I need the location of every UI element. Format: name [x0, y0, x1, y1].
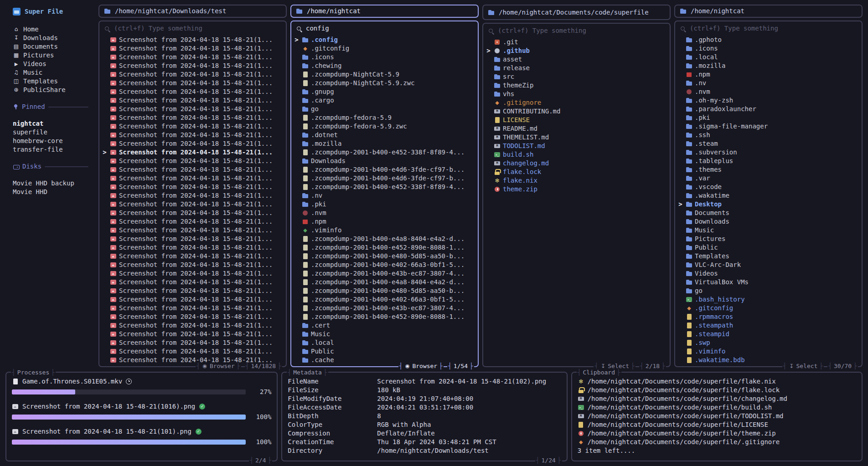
pinned-item-transfer-file[interactable]: transfer-file [13, 145, 95, 154]
file-row[interactable]: Screenshot from 2024-04-18 15-48-21(1... [99, 295, 286, 304]
file-row[interactable]: .zcompdump-2001-b400-e43b-ec87-3807-4... [291, 304, 478, 312]
file-row[interactable]: Pictures [675, 235, 862, 243]
file-row[interactable]: Screenshot from 2024-04-18 15-48-21(1... [99, 96, 286, 105]
pinned-item-homebrew-core[interactable]: homebrew-core [13, 137, 95, 145]
file-row[interactable]: Screenshot from 2024-04-18 15-48-21(1... [99, 209, 286, 217]
file-row[interactable]: .mozilla [675, 61, 862, 70]
file-row[interactable]: ◆.gitconfig [291, 44, 478, 53]
file-row[interactable]: >.config [291, 36, 478, 44]
file-row[interactable]: Screenshot from 2024-04-18 15-48-21(1... [99, 338, 286, 347]
sidebar-item-home[interactable]: ⌂Home [13, 25, 95, 34]
file-row[interactable]: .pki [291, 200, 478, 209]
file-row[interactable]: theme.zip [483, 185, 670, 194]
file-row[interactable]: >Desktop [675, 200, 862, 209]
file-row[interactable]: Screenshot from 2024-04-18 15-48-21(1... [99, 235, 286, 243]
sidebar-item-templates[interactable]: ◫Templates [13, 77, 95, 86]
file-row[interactable]: asset [483, 55, 670, 64]
pinned-item-nightcat[interactable]: nightcat [13, 119, 95, 128]
file-row[interactable]: .cert [291, 321, 478, 330]
file-row[interactable]: .zcompdump-2001-b400-e4d6-3fde-cf97-b... [291, 174, 478, 183]
file-row[interactable]: .cache [291, 356, 478, 364]
file-row[interactable]: Screenshot from 2024-04-18 15-48-21(1... [99, 174, 286, 183]
file-row[interactable]: ◆.gitignore [483, 98, 670, 107]
file-row[interactable]: flake.lock [483, 168, 670, 176]
file-row[interactable]: .zcompdump-2001-b400-e480-5d85-aa50-b... [291, 287, 478, 295]
file-row[interactable]: Screenshot from 2024-04-18 15-48-21(1... [99, 200, 286, 209]
file-row[interactable]: Videos [675, 269, 862, 278]
file-row[interactable]: Screenshot from 2024-04-18 15-48-21(1... [99, 321, 286, 330]
file-row[interactable]: go [291, 105, 478, 113]
panel-path-bar[interactable]: /home/nightcat/Downloads/test [98, 5, 287, 18]
file-row[interactable]: go [675, 287, 862, 295]
file-row[interactable]: Screenshot from 2024-04-18 15-48-21(1... [99, 252, 286, 261]
file-row[interactable]: .zcompdump-2001-b400-e402-66a3-0bf1-5... [291, 295, 478, 304]
file-row[interactable]: .nvm [675, 87, 862, 96]
file-row[interactable]: Screenshot from 2024-04-18 15-48-21(1... [99, 139, 286, 148]
file-row[interactable]: .npm [291, 217, 478, 226]
file-row[interactable]: themeZip [483, 81, 670, 90]
file-row[interactable]: Screenshot from 2024-04-18 15-48-21(1... [99, 105, 286, 113]
file-row[interactable]: .zcompdump-NightCat-5.9 [291, 70, 478, 79]
file-row[interactable]: .themes [675, 165, 862, 174]
file-row[interactable]: .gnupg [291, 87, 478, 96]
file-row[interactable]: .zcompdump-2001-b400-e480-5d85-aa50-b... [291, 252, 478, 261]
file-row[interactable]: CONTRIBUTING.md [483, 107, 670, 116]
file-row[interactable]: .zcompdump-2001-b400-e4a8-8404-e4a2-d... [291, 235, 478, 243]
file-row[interactable]: .zcompdump-NightCat-5.9.zwc [291, 79, 478, 87]
sidebar-item-publicshare[interactable]: ⊕PublicShare [13, 86, 95, 94]
panel-search[interactable]: (ctrl+f) Type something [99, 23, 286, 36]
file-row[interactable]: Screenshot from 2024-04-18 15-48-21(1... [99, 131, 286, 139]
file-row[interactable]: Music [291, 330, 478, 338]
file-row[interactable]: Screenshot from 2024-04-18 15-48-21(1... [99, 356, 286, 364]
file-row[interactable]: .steam [675, 139, 862, 148]
file-row[interactable]: Templates [675, 252, 862, 261]
file-row[interactable]: .zcompdump-fedora-5.9.zwc [291, 122, 478, 131]
panel-path-bar[interactable]: /home/nightcat/Documents/code/superfile [482, 5, 671, 20]
file-row[interactable]: .steampid [675, 330, 862, 338]
file-row[interactable]: .wakatime.bdb [675, 356, 862, 364]
file-row[interactable]: .pki [675, 113, 862, 122]
sidebar-item-videos[interactable]: ▶Videos [13, 60, 95, 68]
file-row[interactable]: .sigma-file-manager [675, 122, 862, 131]
file-row[interactable]: Screenshot from 2024-04-18 15-48-21(1... [99, 157, 286, 165]
file-row[interactable]: >Screenshot from 2024-04-18 15-48-21(1..… [99, 148, 286, 157]
file-row[interactable]: >.github [483, 46, 670, 55]
file-row[interactable]: Screenshot from 2024-04-18 15-48-21(1... [99, 61, 286, 70]
file-row[interactable]: .icons [675, 44, 862, 53]
file-row[interactable]: Screenshot from 2024-04-18 15-48-21(1... [99, 347, 286, 356]
file-row[interactable]: .var [675, 174, 862, 183]
pinned-item-superfile[interactable]: superfile [13, 128, 95, 137]
file-row[interactable]: build.sh [483, 150, 670, 159]
file-row[interactable]: Screenshot from 2024-04-18 15-48-21(1... [99, 304, 286, 312]
file-row[interactable]: ❄flake.nix [483, 176, 670, 185]
sidebar-item-documents[interactable]: ▤Documents [13, 42, 95, 51]
file-row[interactable]: VirtualBox VMs [675, 278, 862, 287]
file-row[interactable]: .zcompdump-2001-b400-e452-890e-8088-1... [291, 312, 478, 321]
file-row[interactable]: .mozilla [291, 139, 478, 148]
file-row[interactable]: README.md [483, 124, 670, 133]
file-row[interactable]: Screenshot from 2024-04-18 15-48-21(1... [99, 70, 286, 79]
file-row[interactable]: changelog.md [483, 159, 670, 168]
file-row[interactable]: .icons [291, 53, 478, 61]
file-row[interactable]: Screenshot from 2024-04-18 15-48-21(1... [99, 44, 286, 53]
file-row[interactable]: Screenshot from 2024-04-18 15-48-21(1... [99, 122, 286, 131]
file-row[interactable]: Screenshot from 2024-04-18 15-48-21(1... [99, 261, 286, 269]
file-row[interactable]: Screenshot from 2024-04-18 15-48-21(1... [99, 36, 286, 44]
file-row[interactable]: THEMELIST.md [483, 133, 670, 142]
file-row[interactable]: .zcompdump-2001-b400-e452-890e-8088-1... [291, 243, 478, 252]
file-row[interactable]: .wakatime [675, 191, 862, 200]
file-row[interactable]: Screenshot from 2024-04-18 15-48-21(1... [99, 183, 286, 191]
file-row[interactable]: ◆.gitconfig [675, 304, 862, 312]
file-row[interactable]: .chewing [291, 61, 478, 70]
file-row[interactable]: .zcompdump-2001-b400-e452-338f-8f89-4... [291, 148, 478, 157]
file-row[interactable]: .bash_history [675, 295, 862, 304]
file-row[interactable]: .local [291, 338, 478, 347]
file-row[interactable]: Screenshot from 2024-04-18 15-48-21(1... [99, 113, 286, 122]
file-row[interactable]: .swp [675, 338, 862, 347]
file-row[interactable]: Screenshot from 2024-04-18 15-48-21(1... [99, 226, 286, 235]
file-row[interactable]: Downloads [675, 217, 862, 226]
file-row[interactable]: .nvm [291, 209, 478, 217]
file-row[interactable]: Screenshot from 2024-04-18 15-48-21(1... [99, 287, 286, 295]
file-row[interactable]: Screenshot from 2024-04-18 15-48-21(1... [99, 269, 286, 278]
file-row[interactable]: Screenshot from 2024-04-18 15-48-21(1... [99, 53, 286, 61]
